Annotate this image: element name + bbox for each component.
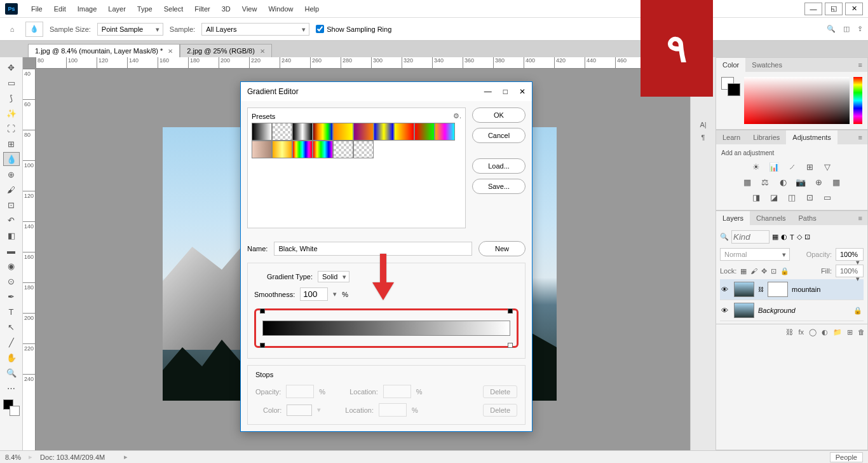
brush-tool[interactable]: 🖌 bbox=[3, 183, 20, 197]
hand-tool[interactable]: ✋ bbox=[3, 350, 20, 364]
filter-adj-icon[interactable]: ◐ bbox=[781, 233, 787, 241]
save-button[interactable]: Save... bbox=[472, 179, 526, 194]
preset-swatch[interactable] bbox=[313, 123, 333, 141]
home-icon[interactable]: ⌂ bbox=[5, 22, 19, 36]
menu-3d[interactable]: 3D bbox=[216, 5, 236, 13]
preset-swatch[interactable] bbox=[414, 123, 435, 141]
history-brush-tool[interactable]: ↶ bbox=[3, 213, 20, 227]
vibrance-icon[interactable]: ▽ bbox=[822, 162, 833, 172]
exposure-icon[interactable]: ⊞ bbox=[804, 162, 815, 172]
preset-swatch[interactable] bbox=[252, 141, 272, 158]
blend-mode-select[interactable]: Normal bbox=[720, 248, 790, 261]
workspace-icon[interactable]: ◫ bbox=[843, 25, 850, 33]
selective-icon[interactable]: ⊡ bbox=[804, 192, 815, 202]
bw-icon[interactable]: ◐ bbox=[777, 177, 789, 187]
tab-paths[interactable]: Paths bbox=[792, 211, 823, 225]
blur-tool[interactable]: ◉ bbox=[3, 259, 20, 273]
magic-wand-tool[interactable]: ✨ bbox=[3, 106, 20, 120]
shape-tool[interactable]: ╱ bbox=[3, 335, 20, 349]
dialog-minimize-icon[interactable]: — bbox=[484, 87, 492, 96]
posterize-icon[interactable]: ◪ bbox=[768, 192, 780, 202]
share-icon[interactable]: ⇪ bbox=[857, 25, 863, 33]
menu-help[interactable]: Help bbox=[299, 5, 325, 13]
sample-select[interactable]: All Layers bbox=[201, 23, 309, 36]
opacity-value[interactable]: 100% bbox=[836, 248, 864, 261]
maximize-button[interactable]: ◱ bbox=[825, 3, 843, 15]
tab-color[interactable]: Color bbox=[716, 58, 745, 72]
threshold-icon[interactable]: ◫ bbox=[786, 192, 797, 202]
gradient-tool[interactable]: ▬ bbox=[3, 244, 20, 258]
character-icon[interactable]: A| bbox=[700, 121, 706, 128]
color-stop-right[interactable] bbox=[508, 343, 513, 348]
document-tab-1[interactable]: 1.jpg @ 8.4% (mountain, Layer Mask/8) * … bbox=[28, 44, 180, 57]
sampling-ring-input[interactable] bbox=[316, 25, 324, 33]
filter-shape-icon[interactable]: ◇ bbox=[797, 233, 802, 241]
fill-value[interactable]: 100% bbox=[836, 265, 864, 277]
hue-slider[interactable] bbox=[853, 77, 862, 124]
new-layer-icon[interactable]: ⊞ bbox=[847, 328, 853, 336]
layer-mountain[interactable]: 👁 ⛓ mountain bbox=[720, 279, 864, 300]
preset-swatch[interactable] bbox=[333, 123, 353, 141]
filter-type-icon[interactable]: T bbox=[790, 233, 794, 241]
lock-move-icon[interactable]: ✥ bbox=[761, 267, 767, 275]
lookup-icon[interactable]: ▦ bbox=[831, 177, 842, 187]
mask-thumb[interactable] bbox=[768, 282, 788, 297]
hue-icon[interactable]: ▦ bbox=[742, 177, 753, 187]
levels-icon[interactable]: 📊 bbox=[768, 162, 780, 172]
curves-icon[interactable]: ⟋ bbox=[786, 162, 797, 172]
opacity-stop-right[interactable] bbox=[508, 308, 513, 314]
menu-image[interactable]: Image bbox=[72, 5, 103, 13]
dodge-tool[interactable]: ⊙ bbox=[3, 274, 20, 288]
sampling-ring-checkbox[interactable]: Show Sampling Ring bbox=[316, 25, 391, 33]
layer-thumb[interactable] bbox=[734, 303, 754, 318]
preset-swatch[interactable] bbox=[394, 123, 414, 141]
gradient-map-icon[interactable]: ▭ bbox=[822, 192, 833, 202]
frame-tool[interactable]: ⊞ bbox=[3, 137, 20, 151]
menu-file[interactable]: File bbox=[25, 5, 48, 13]
path-tool[interactable]: ↖ bbox=[3, 320, 20, 334]
delete-stop-button[interactable]: Delete bbox=[483, 385, 517, 398]
background-color[interactable] bbox=[10, 406, 20, 416]
crop-tool[interactable]: ⛶ bbox=[3, 121, 20, 135]
color-stop-left[interactable] bbox=[260, 343, 265, 348]
adjustment-layer-icon[interactable]: ◐ bbox=[822, 328, 828, 336]
close-button[interactable]: ✕ bbox=[845, 3, 863, 15]
tab-close-icon[interactable]: ✕ bbox=[168, 48, 173, 55]
dialog-close-icon[interactable]: ✕ bbox=[519, 87, 526, 96]
visibility-icon[interactable]: 👁 bbox=[721, 307, 730, 314]
preset-swatch[interactable] bbox=[353, 123, 374, 141]
preset-swatch[interactable] bbox=[353, 141, 374, 158]
invert-icon[interactable]: ◨ bbox=[750, 192, 762, 202]
zoom-level[interactable]: 8.4% bbox=[5, 453, 21, 461]
marquee-tool[interactable]: ▭ bbox=[3, 76, 20, 90]
gradient-preview-bar[interactable] bbox=[262, 321, 510, 336]
minimize-button[interactable]: — bbox=[804, 3, 822, 15]
filter-smart-icon[interactable]: ⊡ bbox=[804, 233, 810, 241]
panel-menu-icon[interactable]: ≡ bbox=[853, 130, 867, 144]
menu-filter[interactable]: Filter bbox=[189, 5, 215, 13]
mask-icon[interactable]: ◯ bbox=[809, 328, 817, 336]
opacity-stop-left[interactable] bbox=[260, 308, 265, 314]
ok-button[interactable]: OK bbox=[472, 107, 526, 123]
preset-swatch[interactable] bbox=[292, 123, 313, 141]
panel-menu-icon[interactable]: ≡ bbox=[853, 211, 867, 225]
color-field[interactable] bbox=[744, 77, 850, 124]
lock-trans-icon[interactable]: ▦ bbox=[740, 267, 747, 275]
tab-close-icon[interactable]: ✕ bbox=[260, 48, 265, 55]
preset-swatch[interactable] bbox=[333, 141, 353, 158]
tab-channels[interactable]: Channels bbox=[750, 211, 792, 225]
tab-layers[interactable]: Layers bbox=[716, 211, 750, 225]
delete-stop-button[interactable]: Delete bbox=[483, 404, 517, 417]
preset-swatch[interactable] bbox=[292, 141, 313, 158]
tab-libraries[interactable]: Libraries bbox=[747, 130, 786, 144]
preset-swatch[interactable] bbox=[313, 141, 333, 158]
preset-swatch[interactable] bbox=[272, 141, 292, 158]
visibility-icon[interactable]: 👁 bbox=[721, 286, 730, 293]
menu-layer[interactable]: Layer bbox=[102, 5, 132, 13]
zoom-tool[interactable]: 🔍 bbox=[3, 366, 20, 380]
search-icon[interactable]: 🔍 bbox=[720, 233, 729, 241]
search-icon[interactable]: 🔍 bbox=[827, 25, 836, 33]
lock-brush-icon[interactable]: 🖌 bbox=[750, 267, 757, 275]
stop-color-swatch[interactable] bbox=[287, 404, 312, 416]
stamp-tool[interactable]: ⊡ bbox=[3, 198, 20, 212]
